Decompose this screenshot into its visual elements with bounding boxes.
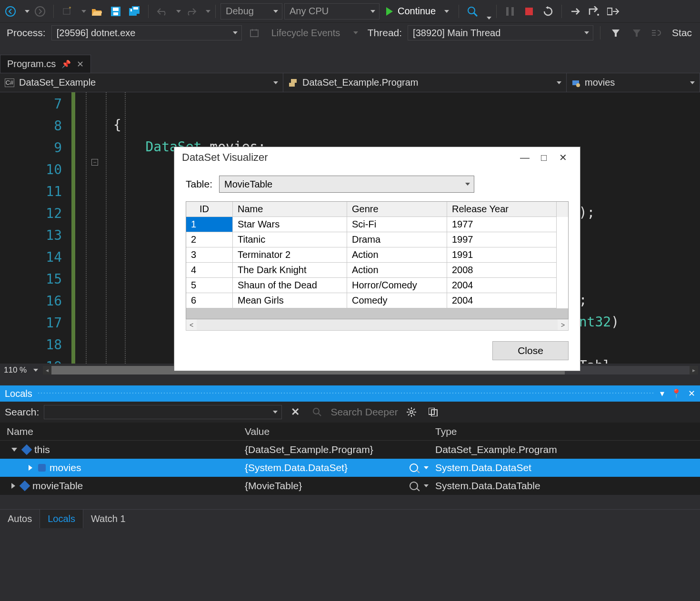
cell: 2004 (447, 293, 557, 308)
scroll-right-icon[interactable]: > (558, 321, 568, 329)
class-combo[interactable]: DataSet_Example.Program (283, 73, 567, 92)
object-icon (20, 481, 30, 492)
member-combo[interactable]: movies (567, 73, 700, 92)
table-row[interactable]: 4 The Dark Knight Action 2008 (186, 263, 568, 278)
tab-locals[interactable]: Locals (40, 509, 83, 528)
cell: Drama (347, 232, 447, 247)
cell: Shaun of the Dead (233, 278, 347, 293)
pin-icon[interactable]: 📍 (671, 388, 681, 399)
save-all-button[interactable] (126, 3, 143, 20)
col-release[interactable]: Release Year (447, 202, 557, 217)
table-combo[interactable]: MovieTable (219, 176, 474, 193)
undo-dropdown-icon[interactable] (176, 10, 181, 13)
pin-icon[interactable]: 📌 (61, 59, 71, 69)
chevron-down-icon (33, 369, 38, 372)
expand-toggle-icon[interactable] (29, 465, 32, 471)
column-type[interactable]: Type (429, 426, 681, 437)
cell: 4 (186, 263, 233, 278)
namespace-combo[interactable]: C# DataSet_Example (0, 73, 283, 92)
col-name[interactable]: Name (233, 202, 347, 217)
var-type: System.Data.DataSet (429, 462, 681, 473)
tab-watch1[interactable]: Watch 1 (83, 510, 133, 528)
settings-icon[interactable] (403, 404, 420, 421)
col-id[interactable]: ID (186, 202, 233, 217)
visualizer-button[interactable] (410, 482, 429, 490)
scroll-right-icon[interactable]: ▸ (690, 366, 698, 374)
table-combo-value: MovieTable (224, 179, 272, 190)
step-out-button[interactable] (605, 3, 622, 20)
table-row[interactable]: 1 Star Wars Sci-Fi 1977 (186, 217, 568, 232)
configuration-combo[interactable]: Debug (220, 3, 282, 20)
lifecycle-combo[interactable]: Lifecycle Events (267, 25, 362, 40)
undo-button[interactable] (153, 3, 170, 20)
process-combo[interactable]: [29596] dotnet.exe (51, 25, 242, 40)
configuration-value: Debug (226, 6, 254, 17)
step-into-button[interactable] (567, 3, 584, 20)
restart-button[interactable] (540, 3, 557, 20)
column-name[interactable]: Name (0, 426, 238, 437)
back-dropdown-icon[interactable] (25, 10, 30, 13)
save-button[interactable] (107, 3, 124, 20)
new-item-dropdown-icon[interactable] (81, 10, 86, 13)
close-icon[interactable]: ✕ (688, 388, 695, 399)
scroll-left-icon[interactable]: ◂ (43, 366, 51, 374)
threads-icon[interactable] (649, 24, 666, 41)
platform-combo[interactable]: Any CPU (284, 3, 380, 20)
redo-button[interactable] (183, 3, 200, 20)
zoom-combo[interactable]: 110 % (4, 365, 38, 376)
svg-rect-9 (133, 7, 138, 10)
forward-button[interactable] (31, 3, 49, 20)
scroll-left-icon[interactable]: < (186, 321, 197, 329)
indent-guide (86, 92, 87, 364)
open-file-button[interactable] (88, 3, 105, 20)
locals-row[interactable]: movieTable {MovieTable} System.Data.Data… (0, 477, 700, 495)
tab-autos[interactable]: Autos (0, 510, 40, 528)
col-genre[interactable]: Genre (347, 202, 447, 217)
lifecycle-icon[interactable] (246, 24, 263, 41)
close-dialog-button[interactable]: Close (492, 341, 569, 360)
thread-combo[interactable]: [38920] Main Thread (408, 25, 593, 40)
locals-panel-header[interactable]: Locals ▾ 📍 ✕ (0, 385, 700, 402)
document-tab[interactable]: Program.cs 📌 ✕ (0, 55, 91, 73)
expand-toggle-icon[interactable] (11, 483, 15, 489)
window-position-icon[interactable]: ▾ (660, 388, 664, 399)
locals-row[interactable]: movies {System.Data.DataSet} System.Data… (0, 459, 700, 477)
pause-button[interactable] (501, 3, 519, 20)
expand-toggle-icon[interactable] (11, 448, 17, 452)
magnifier-icon (410, 482, 418, 490)
step-over-button[interactable] (586, 3, 603, 20)
scrollbar-track[interactable] (197, 319, 558, 330)
find-dropdown-icon[interactable] (487, 17, 491, 20)
locals-row[interactable]: this {DataSet_Example.Program} DataSet_E… (0, 441, 700, 459)
dialog-titlebar[interactable]: DataSet Visualizer — □ ✕ (174, 147, 580, 168)
filter-icon[interactable] (607, 24, 624, 41)
fold-toggle[interactable]: − (91, 159, 98, 166)
table-row[interactable]: 6 Mean Girls Comedy 2004 (186, 293, 568, 308)
table-horizontal-scrollbar[interactable]: < > (186, 319, 569, 331)
redo-dropdown-icon[interactable] (206, 10, 210, 13)
table-row[interactable]: 3 Terminator 2 Action 1991 (186, 247, 568, 263)
back-button[interactable] (2, 3, 19, 20)
maximize-button[interactable]: □ (534, 152, 553, 163)
clear-search-button[interactable]: ✕ (287, 404, 304, 421)
find-button[interactable] (464, 3, 481, 20)
table-row[interactable]: 2 Titanic Drama 1997 (186, 232, 568, 247)
svg-rect-12 (511, 7, 514, 16)
minimize-button[interactable]: — (515, 152, 534, 163)
search-deeper-icon[interactable] (309, 404, 326, 421)
debug-toolbar: Process: [29596] dotnet.exe Lifecycle Ev… (0, 23, 700, 43)
stop-button[interactable] (520, 3, 538, 20)
new-item-button[interactable] (59, 3, 76, 20)
search-deeper-label[interactable]: Search Deeper (330, 406, 398, 418)
table-row[interactable]: 5 Shaun of the Dead Horror/Comedy 2004 (186, 278, 568, 293)
close-button[interactable]: ✕ (553, 152, 572, 163)
continue-button[interactable]: Continue (381, 3, 454, 20)
panel-grip[interactable] (37, 392, 655, 395)
close-icon[interactable]: ✕ (77, 59, 84, 69)
svg-point-14 (597, 14, 599, 16)
search-input[interactable] (44, 405, 282, 419)
flag-icon[interactable] (628, 24, 645, 41)
visualizer-button[interactable] (410, 463, 429, 472)
columns-icon[interactable] (425, 404, 442, 421)
column-value[interactable]: Value (238, 426, 429, 437)
